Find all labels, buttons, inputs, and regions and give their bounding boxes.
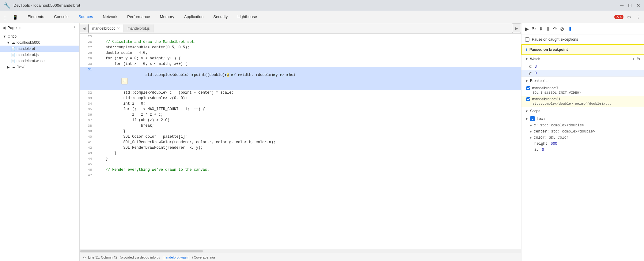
tab-memory[interactable]: Memory xyxy=(155,11,179,23)
line-code-41: SDL_SetRenderDrawColor(renderer, color.r… xyxy=(94,140,275,145)
file-tab-label-cc: mandelbrot.cc xyxy=(92,26,115,31)
more-pages-btn[interactable]: » xyxy=(18,25,21,30)
code-line-47: 47 xyxy=(80,173,521,178)
tree-item-top[interactable]: ▼ □ top xyxy=(0,33,79,39)
tab-console[interactable]: Console xyxy=(49,11,74,23)
code-line-28: 28 double scale = 4.0; xyxy=(80,50,521,56)
page-label: Page xyxy=(7,25,17,30)
inspect-icon[interactable]: ⬚ xyxy=(2,13,9,21)
tree-item-file[interactable]: ▶ ☁ file:// xyxy=(0,64,79,70)
watch-item-x: x: 3 xyxy=(521,63,644,70)
scope-color-arrow[interactable]: ▶ xyxy=(530,136,532,140)
line-code-32: std::complex<double> c = (point - center… xyxy=(94,90,233,95)
scope-local-header[interactable]: ▼ L Local xyxy=(521,115,644,122)
run-snippet-btn[interactable]: ▶ xyxy=(512,24,521,33)
file-tab-close-cc[interactable]: ✕ xyxy=(117,26,120,30)
line-num-35: 35 xyxy=(80,106,94,112)
line-code-44: } xyxy=(94,156,108,162)
step-over-btn[interactable]: ↻ xyxy=(531,25,536,32)
device-icon[interactable]: 📱 xyxy=(11,13,19,21)
minimize-button[interactable]: ─ xyxy=(620,2,623,8)
folder-arrow-icon: ▼ xyxy=(2,35,7,38)
tab-lighthouse[interactable]: Lighthouse xyxy=(233,11,262,23)
line-num-47: 47 xyxy=(80,173,94,178)
step-into-btn[interactable]: ⬇ xyxy=(538,25,544,32)
tree-item-mandelbrot-wasm[interactable]: 📄 mandelbrot.wasm xyxy=(0,58,79,64)
breakpoints-section-label: Breakpoints xyxy=(530,79,549,83)
tree-localhost-label: localhost:5000 xyxy=(17,40,40,45)
scope-height-val: 600 xyxy=(551,142,557,146)
settings-icon[interactable]: ⚙ xyxy=(626,13,632,21)
scope-center-arrow[interactable]: ▶ xyxy=(530,130,532,133)
file-tab-mandelbrot-cc[interactable]: mandelbrot.cc ✕ xyxy=(89,24,124,32)
resume-btn[interactable]: ▶ xyxy=(525,25,529,32)
middle-panel: ◀ mandelbrot.cc ✕ mandelbrot.js ▶ 25 26 … xyxy=(80,23,521,261)
exceptions-row: Pause on caught exceptions xyxy=(521,35,644,44)
paused-banner-text: Paused on breakpoint xyxy=(529,47,568,52)
main-toolbar: ⬚ 📱 Elements Console Sources Network Per… xyxy=(0,11,644,23)
format-btn[interactable]: {} xyxy=(83,255,85,259)
line-code-29: for (int y = 0; y < height; y++) { xyxy=(94,56,181,61)
line-code-43: } xyxy=(94,151,117,156)
panel-dots-btn[interactable]: ⋮ xyxy=(73,25,77,30)
code-editor[interactable]: 25 26 // Calculate and draw the Mandelbr… xyxy=(80,34,521,249)
scrollbar-thumb[interactable] xyxy=(80,250,203,252)
file-tree: ▼ □ top ▼ ☁ localhost:5000 📄 mandelbrot … xyxy=(0,32,79,261)
close-button[interactable]: ✕ xyxy=(636,2,640,8)
line-code-45 xyxy=(94,162,97,167)
tree-item-mandelbrot-js[interactable]: 📄 mandelbrot.js xyxy=(0,52,79,58)
line-code-38: break; xyxy=(94,123,154,129)
scope-section-header[interactable]: ▼ Scope xyxy=(521,107,644,115)
more-icon[interactable]: ⋮ xyxy=(635,13,642,21)
breakpoints-arrow-icon: ▼ xyxy=(525,79,528,83)
toolbar-right: ✕ 4 ⚙ ⋮ xyxy=(614,13,642,21)
line-num-32: 32 xyxy=(80,90,94,95)
bp-2-checkbox[interactable] xyxy=(526,97,530,101)
tree-item-mandelbrot[interactable]: 📄 mandelbrot xyxy=(0,46,79,52)
tab-nav-back[interactable]: ◀ xyxy=(80,24,89,33)
tab-sources[interactable]: Sources xyxy=(74,11,98,23)
collapse-sidebar-btn[interactable]: ◀ xyxy=(2,25,6,30)
wasm-link[interactable]: mandelbrot.wasm xyxy=(163,255,189,259)
file-tab-mandelbrot-js[interactable]: mandelbrot.js xyxy=(124,24,153,32)
maximize-button[interactable]: □ xyxy=(628,2,631,8)
bp-2-header: mandelbrot.cc:31 xyxy=(526,97,640,101)
pause-btn[interactable]: ⏸ xyxy=(566,25,573,33)
tab-security[interactable]: Security xyxy=(208,11,233,23)
bp-1-checkbox[interactable] xyxy=(526,86,530,90)
error-badge[interactable]: ✕ 4 xyxy=(614,15,623,19)
pause-on-caught-label: Pause on caught exceptions xyxy=(532,37,578,42)
watch-section-header[interactable]: ▼ Watch + ↻ xyxy=(521,55,644,63)
watch-val-y: 0 xyxy=(535,71,537,75)
tab-performance[interactable]: Performance xyxy=(122,11,155,23)
scope-i-val: 0 xyxy=(542,148,544,152)
scope-c-arrow[interactable]: ▶ xyxy=(530,124,532,127)
right-panel: ▶ ↻ ⬇ ⬆ ↷ ⊘ ⏸ Pause on caught exceptions… xyxy=(521,23,644,261)
refresh-watch-btn[interactable]: ↻ xyxy=(637,57,640,61)
add-watch-btn[interactable]: + xyxy=(632,57,635,61)
scope-center-key: center: xyxy=(534,129,549,134)
devtools-body: ◀ Page » ⋮ ▼ □ top ▼ ☁ localhost:5000 📄 … xyxy=(0,23,644,261)
watch-val-x: 3 xyxy=(535,64,537,69)
pause-on-caught-checkbox[interactable] xyxy=(525,37,529,42)
code-line-42: 42 SDL_RenderDrawPoint(renderer, x, y); xyxy=(80,145,521,151)
tree-item-localhost[interactable]: ▼ ☁ localhost:5000 xyxy=(0,39,79,46)
tab-elements[interactable]: Elements xyxy=(23,11,49,23)
left-panel-header: ◀ Page » ⋮ xyxy=(0,23,79,32)
step-btn[interactable]: ↷ xyxy=(552,25,558,32)
line-code-34: int i = 0; xyxy=(94,101,145,106)
breakpoints-section-header[interactable]: ▼ Breakpoints xyxy=(521,77,644,85)
scope-height-key: height xyxy=(530,142,547,146)
tab-network[interactable]: Network xyxy=(98,11,123,23)
deactivate-breakpoints-btn[interactable]: ⊘ xyxy=(559,25,565,32)
tab-application[interactable]: Application xyxy=(179,11,209,23)
horizontal-scrollbar[interactable] xyxy=(80,249,521,253)
file-icon-mandelbrot: 📄 xyxy=(11,47,15,51)
line-num-37: 37 xyxy=(80,117,94,123)
scope-section: ▼ Scope ▼ L Local ▶ c: std::complex<doub… xyxy=(521,107,644,153)
scope-item-color: ▶ color: SDL_Color xyxy=(521,135,644,141)
step-out-btn[interactable]: ⬆ xyxy=(545,25,551,32)
line-code-37: if (abs(z) > 2.0) xyxy=(94,117,170,123)
server-arrow-icon: ▼ xyxy=(6,41,10,44)
code-line-29: 29 for (int y = 0; y < height; y++) { xyxy=(80,56,521,61)
